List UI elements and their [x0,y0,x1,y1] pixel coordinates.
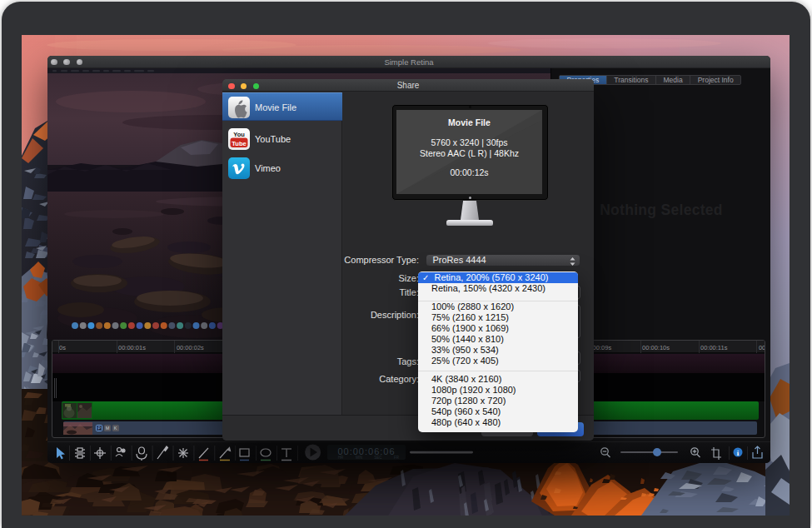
svg-text:MIN: MIN [356,456,362,460]
svg-text:00:00:06:06: 00:00:06:06 [337,446,395,456]
svg-text:FR: FR [394,456,400,460]
svg-text:HR: HR [338,456,344,460]
svg-text:SEC: SEC [374,456,382,460]
svg-text:You: You [233,131,245,138]
svg-text:Tube: Tube [232,140,246,147]
